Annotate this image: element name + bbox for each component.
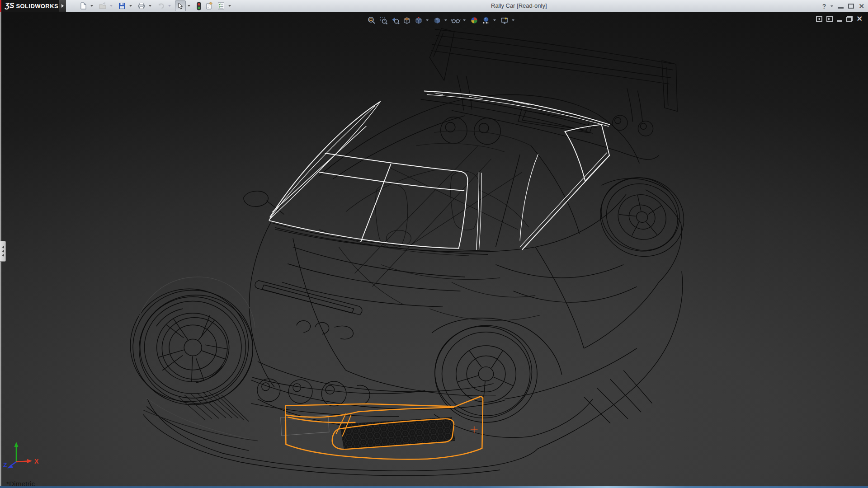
file-properties-button[interactable] bbox=[204, 0, 215, 11]
options-button[interactable] bbox=[216, 0, 226, 11]
view-settings-caret[interactable] bbox=[511, 15, 515, 25]
apply-scene-button[interactable] bbox=[481, 15, 491, 25]
hide-show-items-caret[interactable] bbox=[462, 15, 466, 25]
open-button[interactable] bbox=[97, 0, 108, 11]
left-triangle-icon bbox=[818, 18, 820, 20]
view-settings-button[interactable] bbox=[499, 15, 509, 25]
toolbar-flyout-button[interactable] bbox=[59, 0, 66, 12]
save-button[interactable] bbox=[117, 0, 127, 11]
logo-red-sliver bbox=[0, 0, 1, 12]
edit-appearance-button[interactable] bbox=[469, 15, 479, 25]
highlighted-edges[interactable] bbox=[269, 91, 609, 250]
select-button[interactable] bbox=[175, 0, 186, 11]
close-document-button[interactable]: ✕ bbox=[857, 15, 863, 23]
undo-arrow-icon bbox=[157, 2, 165, 10]
minimize-button[interactable] bbox=[838, 7, 844, 9]
new-dropdown-caret[interactable] bbox=[89, 0, 94, 11]
previous-view-icon bbox=[391, 16, 400, 25]
ds-logo-glyph: ƷS bbox=[5, 2, 14, 10]
select-dropdown-caret[interactable] bbox=[186, 0, 191, 11]
zoom-to-fit-icon bbox=[367, 16, 376, 25]
display-style-button[interactable] bbox=[432, 15, 442, 25]
minimize-document-button[interactable] bbox=[837, 20, 842, 22]
heads-up-view-toolbar bbox=[366, 15, 516, 25]
save-floppy-icon bbox=[118, 2, 126, 10]
flyout-arrow-icon bbox=[61, 4, 64, 8]
apply-scene-caret[interactable] bbox=[492, 15, 496, 25]
window-title: Rally Car [Read-only] bbox=[491, 2, 547, 9]
options-dropdown-caret[interactable] bbox=[227, 0, 232, 11]
zoom-to-area-icon bbox=[379, 16, 388, 25]
title-bar: ƷS SOLIDWORKS bbox=[0, 0, 868, 12]
printer-icon bbox=[137, 2, 146, 10]
pane-toggle-left-button[interactable] bbox=[816, 16, 822, 22]
section-view-icon bbox=[402, 16, 411, 25]
zoom-to-area-button[interactable] bbox=[378, 15, 388, 25]
rebuild-button[interactable] bbox=[194, 0, 203, 11]
collapse-left-icon bbox=[2, 250, 4, 253]
solidworks-logo: ƷS SOLIDWORKS bbox=[0, 0, 59, 12]
view-orientation-icon bbox=[414, 16, 423, 25]
model-canvas[interactable] bbox=[0, 12, 868, 488]
apply-scene-icon bbox=[481, 16, 491, 25]
new-button[interactable] bbox=[78, 0, 89, 11]
brand-name: SOLIDWORKS bbox=[16, 3, 58, 9]
help-button[interactable]: ? bbox=[822, 3, 826, 10]
right-triangle-icon bbox=[828, 18, 830, 20]
traffic-light-icon bbox=[196, 2, 202, 10]
featuremanager-flyout-tab[interactable] bbox=[0, 241, 6, 262]
restore-button[interactable] bbox=[848, 4, 854, 9]
file-properties-icon bbox=[205, 2, 214, 10]
close-button[interactable]: ✕ bbox=[859, 3, 864, 9]
open-folder-icon bbox=[99, 2, 107, 10]
collapse-left-icon bbox=[2, 254, 4, 257]
pointer-crosshair bbox=[471, 427, 478, 434]
window-controls: ? ✕ bbox=[822, 0, 864, 12]
graphics-viewport[interactable]: ✕ X Z *Dimetric bbox=[0, 12, 868, 488]
select-cursor-icon bbox=[176, 2, 184, 10]
solidworks-window: ƷS SOLIDWORKS bbox=[0, 0, 868, 488]
undo-button[interactable] bbox=[156, 0, 166, 11]
orientation-triad[interactable]: X Z bbox=[3, 441, 43, 477]
restore-document-button[interactable] bbox=[846, 16, 853, 22]
print-button[interactable] bbox=[136, 0, 147, 11]
view-orientation-caret[interactable] bbox=[425, 15, 429, 25]
display-style-icon bbox=[433, 16, 442, 25]
eyeglasses-icon bbox=[451, 16, 461, 25]
hide-show-items-button[interactable] bbox=[450, 15, 461, 25]
view-orientation-button[interactable] bbox=[413, 15, 424, 25]
display-style-caret[interactable] bbox=[443, 15, 448, 25]
undo-dropdown-caret[interactable] bbox=[167, 0, 172, 11]
view-settings-icon bbox=[500, 16, 509, 25]
accent-edges bbox=[137, 277, 329, 439]
new-document-icon bbox=[79, 2, 87, 10]
z-axis-label: Z bbox=[3, 461, 7, 469]
status-bar-edge bbox=[0, 486, 868, 488]
options-checklist-icon bbox=[217, 2, 225, 10]
print-dropdown-caret[interactable] bbox=[147, 0, 152, 11]
previous-view-button[interactable] bbox=[390, 15, 400, 25]
zoom-to-fit-button[interactable] bbox=[366, 15, 377, 25]
x-axis-label: X bbox=[34, 458, 39, 465]
help-dropdown-caret[interactable] bbox=[830, 5, 833, 7]
save-dropdown-caret[interactable] bbox=[128, 0, 133, 11]
collapse-left-icon bbox=[2, 246, 4, 249]
standard-toolbar bbox=[78, 0, 235, 12]
appearance-ball-icon bbox=[470, 16, 479, 25]
open-dropdown-caret[interactable] bbox=[108, 0, 113, 11]
pane-toggle-right-button[interactable] bbox=[826, 16, 833, 22]
section-view-button[interactable] bbox=[401, 15, 412, 25]
document-window-controls: ✕ bbox=[816, 15, 863, 23]
